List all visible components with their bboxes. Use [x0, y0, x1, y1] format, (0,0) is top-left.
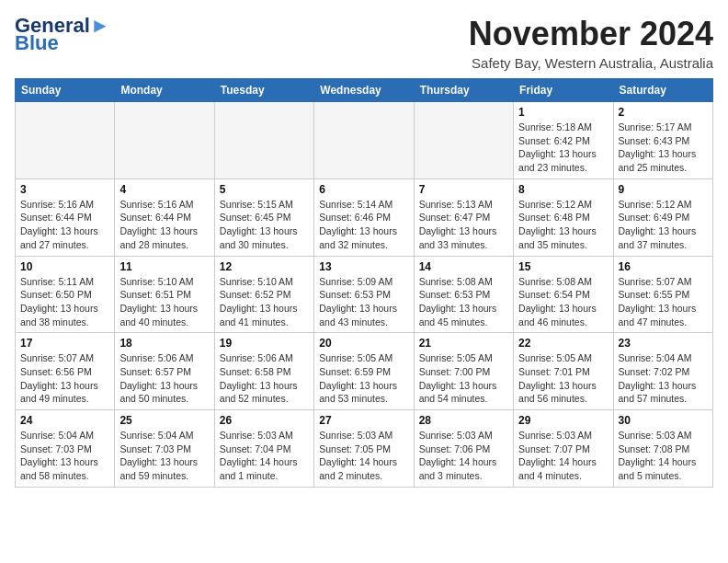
title-section: November 2024 Safety Bay, Western Austra… — [469, 15, 713, 71]
calendar-cell: 30Sunrise: 5:03 AM Sunset: 7:08 PM Dayli… — [613, 410, 712, 488]
day-info: Sunrise: 5:18 AM Sunset: 6:42 PM Dayligh… — [518, 121, 608, 175]
day-info: Sunrise: 5:03 AM Sunset: 7:06 PM Dayligh… — [419, 429, 508, 483]
day-number: 2 — [619, 106, 708, 119]
day-info: Sunrise: 5:14 AM Sunset: 6:46 PM Dayligh… — [319, 198, 408, 252]
day-number: 25 — [119, 414, 209, 427]
day-number: 28 — [419, 414, 508, 427]
calendar-cell: 29Sunrise: 5:03 AM Sunset: 7:07 PM Dayli… — [514, 410, 613, 488]
day-number: 1 — [518, 106, 608, 119]
col-header-saturday: Saturday — [613, 79, 712, 102]
day-info: Sunrise: 5:07 AM Sunset: 6:55 PM Dayligh… — [619, 275, 708, 329]
day-info: Sunrise: 5:05 AM Sunset: 6:59 PM Dayligh… — [319, 351, 408, 406]
page-header: General► Blue November 2024 Safety Bay, … — [15, 15, 713, 71]
calendar-cell: 27Sunrise: 5:03 AM Sunset: 7:05 PM Dayli… — [314, 410, 414, 488]
location: Safety Bay, Western Australia, Australia — [469, 55, 713, 71]
day-info: Sunrise: 5:04 AM Sunset: 7:03 PM Dayligh… — [119, 429, 209, 483]
logo: General► Blue — [15, 15, 110, 53]
col-header-tuesday: Tuesday — [214, 79, 313, 102]
day-info: Sunrise: 5:11 AM Sunset: 6:50 PM Dayligh… — [20, 275, 109, 329]
day-number: 27 — [319, 414, 408, 427]
day-number: 13 — [319, 260, 408, 273]
day-info: Sunrise: 5:03 AM Sunset: 7:07 PM Dayligh… — [518, 429, 608, 483]
calendar-cell: 23Sunrise: 5:04 AM Sunset: 7:02 PM Dayli… — [613, 333, 712, 410]
calendar-week-1: 1Sunrise: 5:18 AM Sunset: 6:42 PM Daylig… — [16, 102, 713, 179]
calendar-table: SundayMondayTuesdayWednesdayThursdayFrid… — [15, 78, 713, 488]
day-number: 30 — [619, 414, 708, 427]
day-number: 5 — [220, 183, 309, 196]
calendar-cell — [414, 102, 513, 179]
calendar-cell — [115, 102, 214, 179]
calendar-cell: 12Sunrise: 5:10 AM Sunset: 6:52 PM Dayli… — [214, 256, 313, 333]
day-info: Sunrise: 5:08 AM Sunset: 6:54 PM Dayligh… — [518, 275, 608, 329]
day-number: 17 — [20, 337, 109, 350]
calendar-cell: 24Sunrise: 5:04 AM Sunset: 7:03 PM Dayli… — [16, 410, 115, 488]
day-number: 23 — [619, 337, 708, 350]
day-info: Sunrise: 5:06 AM Sunset: 6:57 PM Dayligh… — [119, 351, 209, 406]
calendar-cell: 17Sunrise: 5:07 AM Sunset: 6:56 PM Dayli… — [16, 333, 115, 410]
day-info: Sunrise: 5:03 AM Sunset: 7:04 PM Dayligh… — [220, 429, 309, 483]
day-number: 14 — [419, 260, 508, 273]
day-number: 7 — [419, 183, 508, 196]
calendar-cell: 1Sunrise: 5:18 AM Sunset: 6:42 PM Daylig… — [514, 102, 613, 179]
calendar-cell: 6Sunrise: 5:14 AM Sunset: 6:46 PM Daylig… — [314, 178, 414, 256]
col-header-thursday: Thursday — [414, 79, 513, 102]
day-number: 4 — [119, 183, 209, 196]
day-number: 11 — [119, 260, 209, 273]
day-info: Sunrise: 5:06 AM Sunset: 6:58 PM Dayligh… — [220, 351, 309, 406]
day-number: 3 — [20, 183, 109, 196]
calendar-cell: 14Sunrise: 5:08 AM Sunset: 6:53 PM Dayli… — [414, 256, 513, 333]
day-info: Sunrise: 5:05 AM Sunset: 7:01 PM Dayligh… — [518, 351, 608, 406]
logo-blue: Blue — [15, 33, 59, 53]
day-info: Sunrise: 5:04 AM Sunset: 7:03 PM Dayligh… — [20, 429, 109, 483]
calendar-cell — [214, 102, 313, 179]
day-info: Sunrise: 5:07 AM Sunset: 6:56 PM Dayligh… — [20, 351, 109, 406]
day-number: 26 — [220, 414, 309, 427]
col-header-monday: Monday — [115, 79, 214, 102]
calendar-cell — [314, 102, 414, 179]
month-title: November 2024 — [469, 15, 713, 53]
day-number: 9 — [619, 183, 708, 196]
day-info: Sunrise: 5:16 AM Sunset: 6:44 PM Dayligh… — [119, 198, 209, 252]
calendar-cell: 10Sunrise: 5:11 AM Sunset: 6:50 PM Dayli… — [16, 256, 115, 333]
calendar-cell: 25Sunrise: 5:04 AM Sunset: 7:03 PM Dayli… — [115, 410, 214, 488]
day-info: Sunrise: 5:17 AM Sunset: 6:43 PM Dayligh… — [619, 121, 708, 175]
calendar-week-4: 17Sunrise: 5:07 AM Sunset: 6:56 PM Dayli… — [16, 333, 713, 410]
calendar-cell: 28Sunrise: 5:03 AM Sunset: 7:06 PM Dayli… — [414, 410, 513, 488]
calendar-cell: 16Sunrise: 5:07 AM Sunset: 6:55 PM Dayli… — [613, 256, 712, 333]
calendar-cell: 22Sunrise: 5:05 AM Sunset: 7:01 PM Dayli… — [514, 333, 613, 410]
day-number: 16 — [619, 260, 708, 273]
calendar-cell: 26Sunrise: 5:03 AM Sunset: 7:04 PM Dayli… — [214, 410, 313, 488]
calendar-cell: 20Sunrise: 5:05 AM Sunset: 6:59 PM Dayli… — [314, 333, 414, 410]
calendar-week-2: 3Sunrise: 5:16 AM Sunset: 6:44 PM Daylig… — [16, 178, 713, 256]
calendar-cell: 7Sunrise: 5:13 AM Sunset: 6:47 PM Daylig… — [414, 178, 513, 256]
day-info: Sunrise: 5:04 AM Sunset: 7:02 PM Dayligh… — [619, 351, 708, 406]
day-info: Sunrise: 5:10 AM Sunset: 6:52 PM Dayligh… — [220, 275, 309, 329]
day-number: 21 — [419, 337, 508, 350]
calendar-cell: 11Sunrise: 5:10 AM Sunset: 6:51 PM Dayli… — [115, 256, 214, 333]
day-number: 10 — [20, 260, 109, 273]
day-info: Sunrise: 5:03 AM Sunset: 7:08 PM Dayligh… — [619, 429, 708, 483]
day-number: 12 — [220, 260, 309, 273]
day-number: 22 — [518, 337, 608, 350]
day-info: Sunrise: 5:10 AM Sunset: 6:51 PM Dayligh… — [119, 275, 209, 329]
day-info: Sunrise: 5:05 AM Sunset: 7:00 PM Dayligh… — [419, 351, 508, 406]
day-number: 29 — [518, 414, 608, 427]
day-info: Sunrise: 5:03 AM Sunset: 7:05 PM Dayligh… — [319, 429, 408, 483]
day-number: 19 — [220, 337, 309, 350]
calendar-cell: 19Sunrise: 5:06 AM Sunset: 6:58 PM Dayli… — [214, 333, 313, 410]
col-header-friday: Friday — [514, 79, 613, 102]
day-number: 24 — [20, 414, 109, 427]
calendar-cell: 15Sunrise: 5:08 AM Sunset: 6:54 PM Dayli… — [514, 256, 613, 333]
calendar-cell: 8Sunrise: 5:12 AM Sunset: 6:48 PM Daylig… — [514, 178, 613, 256]
calendar-cell: 4Sunrise: 5:16 AM Sunset: 6:44 PM Daylig… — [115, 178, 214, 256]
calendar-header-row: SundayMondayTuesdayWednesdayThursdayFrid… — [16, 79, 713, 102]
col-header-sunday: Sunday — [16, 79, 115, 102]
day-info: Sunrise: 5:12 AM Sunset: 6:48 PM Dayligh… — [518, 198, 608, 252]
calendar-cell: 2Sunrise: 5:17 AM Sunset: 6:43 PM Daylig… — [613, 102, 712, 179]
day-info: Sunrise: 5:15 AM Sunset: 6:45 PM Dayligh… — [220, 198, 309, 252]
calendar-week-5: 24Sunrise: 5:04 AM Sunset: 7:03 PM Dayli… — [16, 410, 713, 488]
day-info: Sunrise: 5:16 AM Sunset: 6:44 PM Dayligh… — [20, 198, 109, 252]
day-number: 18 — [119, 337, 209, 350]
calendar-week-3: 10Sunrise: 5:11 AM Sunset: 6:50 PM Dayli… — [16, 256, 713, 333]
day-number: 8 — [518, 183, 608, 196]
